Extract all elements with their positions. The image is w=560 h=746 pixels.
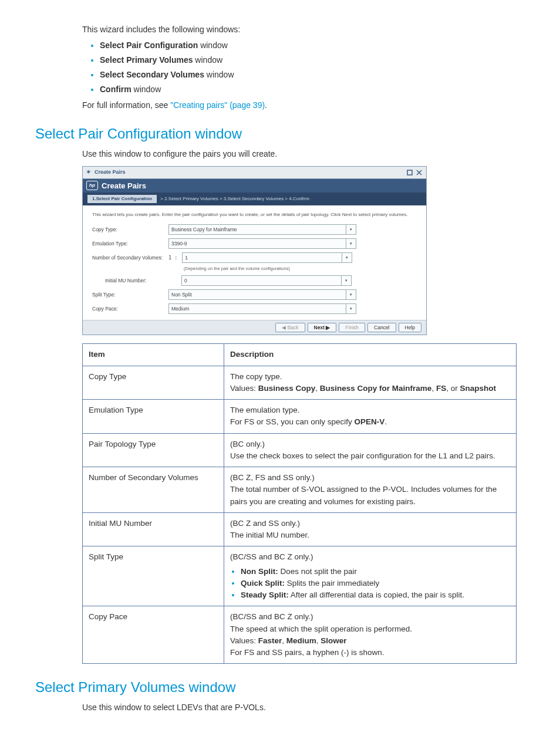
- chevron-down-icon: [346, 304, 356, 313]
- split-type-label: Split Type:: [92, 291, 168, 299]
- wizard-titlebar: Create Pairs: [83, 167, 426, 179]
- list-item: Select Primary Volumes window: [100, 54, 525, 66]
- copy-type-select[interactable]: Business Copy for Mainframe: [168, 224, 356, 235]
- table-row: Emulation Type The emulation type. For F…: [83, 400, 517, 434]
- table-row: Initial MU Number (BC Z and SS only.) Th…: [83, 512, 517, 546]
- emulation-type-select[interactable]: 3390-9: [168, 238, 356, 249]
- hp-logo-icon: hp: [86, 181, 98, 190]
- emulation-type-label: Emulation Type:: [92, 240, 168, 248]
- table-row: Copy Pace (BC/SS and BC Z only.) The spe…: [83, 606, 517, 664]
- step-active: 1.Select Pair Configuration: [87, 195, 157, 203]
- maximize-icon[interactable]: [406, 169, 413, 176]
- chevron-down-icon: [341, 276, 351, 285]
- num-secondary-label: Number of Secondary Volumes:: [92, 254, 168, 262]
- close-icon[interactable]: [416, 169, 423, 176]
- wizard-steps: 1.Select Pair Configuration > 2.Select P…: [83, 193, 426, 205]
- th-item: Item: [83, 344, 224, 366]
- num-secondary-hint: (Depending on the pair and the volume co…: [184, 265, 290, 272]
- chevron-down-icon: [346, 239, 356, 248]
- section-heading-pair-config: Select Pair Configuration window: [35, 123, 525, 144]
- split-type-select[interactable]: Non Split: [168, 289, 356, 300]
- initial-mu-select[interactable]: 0: [181, 275, 352, 286]
- table-row: Number of Secondary Volumes (BC Z, FS an…: [83, 467, 517, 513]
- chevron-down-icon: [346, 290, 356, 299]
- table-row: Pair Topology Type (BC only.) Use the ch…: [83, 433, 517, 467]
- initial-mu-label: Initial MU Number:: [92, 277, 181, 285]
- section-desc: Use this window to select LDEVs that are…: [82, 701, 525, 714]
- wizard-description: This wizard lets you create pairs. Enter…: [92, 211, 417, 218]
- list-item: Select Secondary Volumes window: [100, 69, 525, 81]
- copy-type-label: Copy Type:: [92, 226, 168, 234]
- copy-pace-select[interactable]: Medium: [168, 303, 356, 314]
- num-secondary-prefix: 1 :: [168, 254, 177, 262]
- table-row: Copy Type The copy type. Values: Busines…: [83, 366, 517, 400]
- intro-bullets: Select Pair Configuration window Select …: [82, 39, 525, 96]
- copy-pace-label: Copy Pace:: [92, 305, 168, 313]
- wizard-footer: ◀ Back Next ▶ Finish Cancel Help: [83, 320, 426, 335]
- wizard-brandbar: hp Create Pairs: [83, 179, 426, 193]
- chevron-down-icon: [346, 225, 356, 234]
- th-desc: Description: [224, 344, 517, 366]
- list-item: Confirm window: [100, 83, 525, 96]
- section-heading-primary-volumes: Select Primary Volumes window: [35, 677, 525, 698]
- chevron-down-icon: [342, 253, 352, 262]
- table-row: Split Type (BC/SS and BC Z only.) Non Sp…: [83, 546, 517, 606]
- list-item: Select Pair Configuration window: [100, 39, 525, 52]
- next-button[interactable]: Next ▶: [308, 323, 337, 332]
- help-button[interactable]: Help: [399, 323, 421, 332]
- full-info-line: For full information, see "Creating pair…: [82, 99, 525, 112]
- finish-button[interactable]: Finish: [339, 323, 365, 332]
- intro-line: This wizard includes the following windo…: [82, 23, 525, 36]
- reference-table: Item Description Copy Type The copy type…: [82, 343, 517, 664]
- wizard-title: Create Pairs: [95, 168, 126, 177]
- back-button[interactable]: ◀ Back: [275, 323, 305, 332]
- section-desc: Use this window to configure the pairs y…: [82, 148, 525, 160]
- creating-pairs-link[interactable]: "Creating pairs" (page 39): [170, 100, 265, 110]
- step-trail: > 2.Select Primary Volumes > 3.Select Se…: [160, 195, 309, 202]
- create-pairs-wizard: Create Pairs hp Create Pairs 1.Select Pa…: [82, 166, 427, 335]
- num-secondary-select[interactable]: 1: [182, 252, 352, 263]
- cancel-button[interactable]: Cancel: [367, 323, 396, 332]
- svg-rect-0: [407, 170, 412, 175]
- pin-icon: [86, 168, 91, 177]
